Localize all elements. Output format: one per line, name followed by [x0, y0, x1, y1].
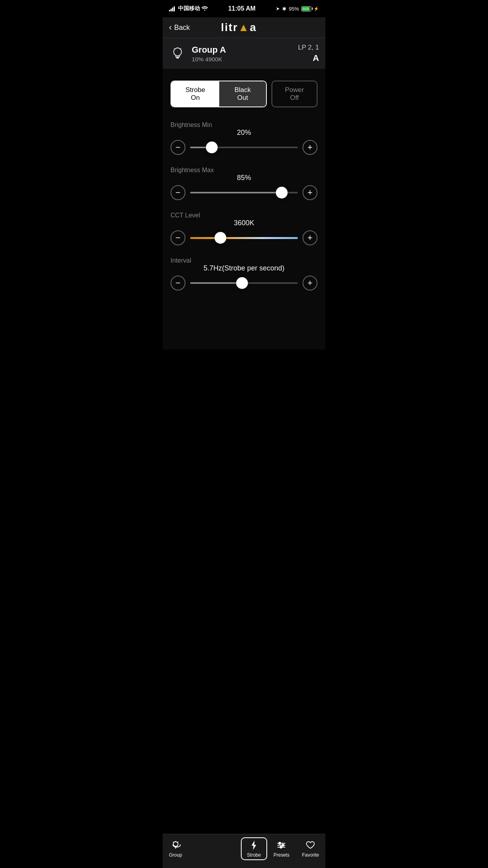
- brightness-max-row: − +: [171, 185, 317, 200]
- status-left: 中国移动: [169, 5, 208, 12]
- cct-level-track[interactable]: [190, 230, 298, 245]
- carrier-label: 中国移动: [178, 5, 200, 12]
- status-time: 11:05 AM: [228, 5, 256, 12]
- brightness-min-section: Brightness Min 20% − +: [171, 121, 317, 155]
- group-name: Group A: [192, 45, 292, 55]
- group-meta: LP 2, 1 A: [298, 44, 319, 63]
- brightness-max-value: 85%: [171, 174, 317, 182]
- toggle-group: Strobe On Black Out Power Off: [171, 81, 317, 107]
- cct-level-increase[interactable]: +: [303, 230, 317, 245]
- brightness-min-row: − +: [171, 140, 317, 155]
- strobe-on-button[interactable]: Strobe On: [171, 81, 219, 107]
- wifi-icon: [202, 6, 208, 12]
- svg-line-5: [174, 48, 175, 49]
- strobe-blackout-toggle[interactable]: Strobe On Black Out: [171, 81, 267, 107]
- brightness-max-increase[interactable]: +: [303, 185, 317, 200]
- cct-level-label: CCT Level: [171, 212, 317, 219]
- brightness-min-decrease[interactable]: −: [171, 140, 185, 155]
- brightness-min-increase[interactable]: +: [303, 140, 317, 155]
- brightness-max-track[interactable]: [190, 185, 298, 200]
- black-out-button[interactable]: Black Out: [219, 81, 266, 107]
- main-content: Strobe On Black Out Power Off Brightness…: [163, 69, 325, 310]
- interval-decrease[interactable]: −: [171, 276, 185, 291]
- interval-row: − +: [171, 276, 317, 291]
- cct-level-section: CCT Level 3600K − +: [171, 212, 317, 245]
- bulb-icon: [169, 45, 186, 62]
- nav-header: ‹ Back litr▲a: [163, 17, 325, 38]
- status-bar: 中国移动 11:05 AM ➤ ✱ 95% ⚡: [163, 0, 325, 17]
- brightness-max-decrease[interactable]: −: [171, 185, 185, 200]
- app-logo: litr▲a: [221, 21, 257, 34]
- cct-level-row: − +: [171, 230, 317, 245]
- location-icon: ➤: [276, 6, 280, 11]
- bluetooth-icon: ✱: [282, 6, 286, 12]
- interval-track[interactable]: [190, 276, 298, 291]
- cct-level-value: 3600K: [171, 219, 317, 227]
- interval-label: Interval: [171, 257, 317, 264]
- back-button[interactable]: ‹ Back: [169, 22, 190, 33]
- interval-section: Interval 5.7Hz(Strobe per second) − +: [171, 257, 317, 291]
- group-info-bar: Group A 10% 4900K LP 2, 1 A: [163, 38, 325, 69]
- cct-level-decrease[interactable]: −: [171, 230, 185, 245]
- lp-label: LP 2, 1: [298, 44, 319, 51]
- battery-percent: 95%: [289, 6, 299, 12]
- interval-value: 5.7Hz(Strobe per second): [171, 264, 317, 272]
- svg-line-4: [180, 48, 181, 49]
- power-off-button[interactable]: Power Off: [272, 81, 317, 107]
- group-settings: 10% 4900K: [192, 56, 292, 63]
- brightness-min-value: 20%: [171, 129, 317, 137]
- brightness-min-label: Brightness Min: [171, 121, 317, 129]
- interval-increase[interactable]: +: [303, 276, 317, 291]
- group-letter: A: [313, 53, 319, 63]
- group-info-text: Group A 10% 4900K: [192, 45, 292, 63]
- brightness-max-section: Brightness Max 85% − +: [171, 167, 317, 200]
- back-label: Back: [174, 24, 190, 32]
- brightness-min-track[interactable]: [190, 140, 298, 155]
- charging-icon: ⚡: [314, 6, 319, 11]
- back-chevron-icon: ‹: [169, 22, 172, 33]
- battery-icon: [301, 6, 311, 11]
- brightness-max-label: Brightness Max: [171, 167, 317, 174]
- signal-bars-icon: [169, 6, 175, 11]
- status-right: ➤ ✱ 95% ⚡: [276, 6, 319, 12]
